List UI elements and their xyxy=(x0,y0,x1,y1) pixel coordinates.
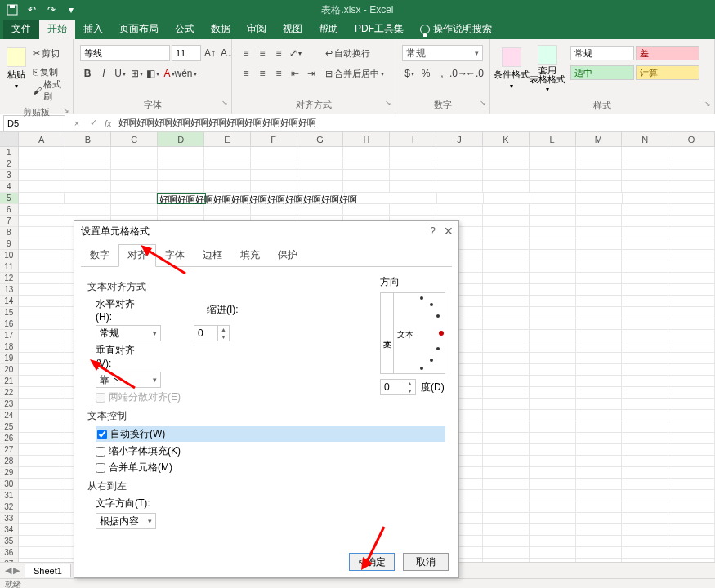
cell[interactable] xyxy=(65,193,111,204)
cell[interactable] xyxy=(483,467,530,479)
cell[interactable] xyxy=(483,204,530,216)
cell[interactable] xyxy=(436,181,483,193)
cell[interactable] xyxy=(483,421,530,433)
cell[interactable] xyxy=(668,250,715,261)
row-header[interactable]: 1 xyxy=(0,147,19,158)
cell[interactable] xyxy=(530,399,576,410)
cell[interactable] xyxy=(483,536,530,547)
number-format-combo[interactable]: 常规 xyxy=(402,45,483,61)
orientation-panel[interactable]: 文本 文本 xyxy=(380,292,445,374)
row-header[interactable]: 32 xyxy=(0,501,19,513)
accounting-icon[interactable]: $ xyxy=(402,66,417,81)
cell[interactable] xyxy=(622,536,668,547)
row-header[interactable]: 15 xyxy=(0,307,19,318)
row-header[interactable]: 26 xyxy=(0,433,19,444)
cell[interactable] xyxy=(668,513,715,524)
ok-button[interactable]: ↖确定 xyxy=(349,553,395,571)
cell[interactable] xyxy=(251,158,297,170)
cell[interactable] xyxy=(111,193,158,204)
row-header[interactable]: 36 xyxy=(0,547,19,559)
cell[interactable] xyxy=(19,296,65,307)
h-align-combo[interactable]: 常规 xyxy=(96,325,161,341)
cell[interactable] xyxy=(483,364,530,376)
cell[interactable] xyxy=(530,284,576,296)
cell[interactable] xyxy=(622,399,668,410)
col-header-D[interactable]: D xyxy=(158,132,204,146)
row-header[interactable]: 3 xyxy=(0,170,19,181)
cell[interactable] xyxy=(530,147,576,158)
row-header[interactable]: 4 xyxy=(0,181,19,193)
cell[interactable] xyxy=(483,479,530,490)
cell[interactable] xyxy=(390,158,436,170)
cell[interactable] xyxy=(530,456,576,467)
col-header-M[interactable]: M xyxy=(576,132,623,146)
cell[interactable] xyxy=(19,216,65,227)
cell[interactable] xyxy=(576,250,623,261)
tab-view[interactable]: 视图 xyxy=(275,19,311,39)
dlg-tab-number[interactable]: 数字 xyxy=(81,244,118,266)
row-header[interactable]: 2 xyxy=(0,158,19,170)
cell[interactable] xyxy=(668,421,715,433)
cell[interactable] xyxy=(622,147,668,158)
row-header[interactable]: 28 xyxy=(0,456,19,467)
cell[interactable] xyxy=(576,501,623,513)
cell[interactable] xyxy=(668,238,715,250)
cell[interactable] xyxy=(668,296,715,307)
cell[interactable] xyxy=(530,227,576,238)
cell[interactable] xyxy=(668,273,715,284)
cell[interactable] xyxy=(622,376,668,387)
cell[interactable] xyxy=(483,524,530,536)
save-icon[interactable] xyxy=(3,2,21,18)
cell[interactable] xyxy=(530,479,576,490)
cell[interactable] xyxy=(530,330,576,341)
tell-me-search[interactable]: 操作说明搜索 xyxy=(412,19,500,39)
col-header-H[interactable]: H xyxy=(343,132,390,146)
style-bad[interactable]: 差 xyxy=(636,46,699,60)
col-header-A[interactable]: A xyxy=(19,132,65,146)
cell[interactable] xyxy=(622,479,668,490)
cell[interactable] xyxy=(668,318,715,330)
row-header[interactable]: 16 xyxy=(0,318,19,330)
cancel-button[interactable]: 取消 xyxy=(403,553,449,571)
row-header[interactable]: 29 xyxy=(0,467,19,479)
cell[interactable] xyxy=(483,170,530,181)
cell[interactable] xyxy=(483,318,530,330)
col-header-C[interactable]: C xyxy=(111,132,158,146)
cell[interactable] xyxy=(19,513,65,524)
cell[interactable] xyxy=(576,193,623,204)
cell[interactable] xyxy=(19,353,65,364)
cell[interactable] xyxy=(204,170,251,181)
cell[interactable] xyxy=(437,193,484,204)
cell[interactable] xyxy=(530,181,576,193)
cell[interactable] xyxy=(436,158,483,170)
cell[interactable] xyxy=(204,147,251,158)
tab-pdf[interactable]: PDF工具集 xyxy=(346,19,412,39)
cell[interactable] xyxy=(668,181,715,193)
cell[interactable] xyxy=(530,250,576,261)
cell[interactable] xyxy=(297,204,344,216)
cell[interactable] xyxy=(576,181,623,193)
style-normal[interactable]: 常规 xyxy=(570,46,634,60)
cell[interactable] xyxy=(668,456,715,467)
cell[interactable] xyxy=(483,238,530,250)
col-header-G[interactable]: G xyxy=(297,132,344,146)
row-header[interactable]: 22 xyxy=(0,387,19,399)
bold-button[interactable]: B xyxy=(80,66,95,81)
sheet-nav-prev-icon[interactable]: ◀ xyxy=(5,565,11,576)
cell[interactable] xyxy=(530,318,576,330)
cell[interactable] xyxy=(622,284,668,296)
cell[interactable] xyxy=(483,216,530,227)
cell[interactable] xyxy=(19,444,65,456)
cell[interactable] xyxy=(483,353,530,364)
cell[interactable] xyxy=(576,273,623,284)
col-header-O[interactable]: O xyxy=(668,132,715,146)
cell[interactable] xyxy=(483,284,530,296)
cut-button[interactable]: ✂剪切 xyxy=(33,44,66,62)
cell[interactable] xyxy=(576,284,623,296)
cell[interactable] xyxy=(576,227,623,238)
cell[interactable] xyxy=(576,387,623,399)
cell[interactable] xyxy=(668,547,715,559)
cell[interactable] xyxy=(390,170,436,181)
cell[interactable] xyxy=(65,147,112,158)
cell[interactable] xyxy=(483,444,530,456)
